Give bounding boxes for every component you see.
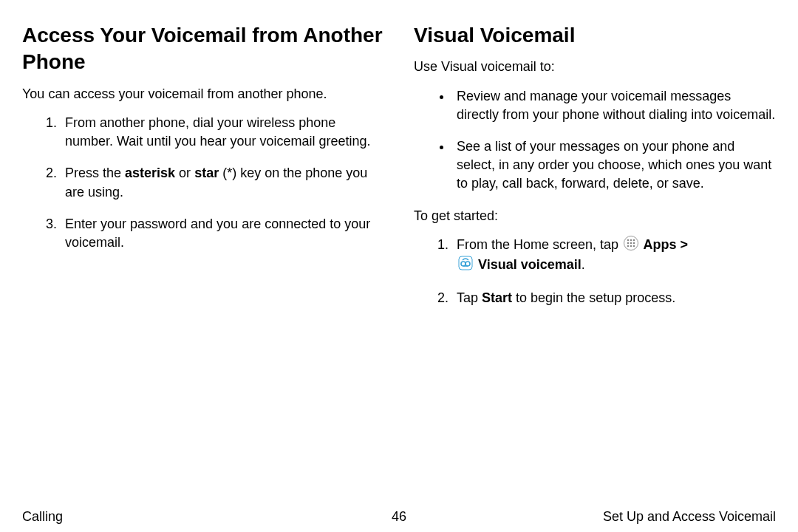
footer-section-left: Calling bbox=[22, 509, 273, 525]
svg-point-3 bbox=[633, 239, 635, 241]
svg-point-7 bbox=[627, 245, 630, 247]
visual-voicemail-icon bbox=[458, 256, 473, 276]
page-footer: Calling 46 Set Up and Access Voicemail bbox=[22, 502, 776, 525]
svg-point-4 bbox=[627, 242, 630, 244]
bold-star: star bbox=[194, 166, 219, 180]
right-column: Visual Voicemail Use Visual voicemail to… bbox=[414, 22, 776, 502]
text: to begin the setup process. bbox=[512, 290, 675, 305]
apps-grid-icon bbox=[624, 236, 638, 256]
footer-page-number: 46 bbox=[273, 509, 525, 525]
get-started-label: To get started: bbox=[414, 207, 776, 225]
bold-start: Start bbox=[482, 290, 512, 305]
text: From the Home screen, tap bbox=[457, 237, 622, 252]
text: Tap bbox=[457, 290, 482, 305]
svg-point-1 bbox=[627, 239, 630, 241]
text: or bbox=[175, 166, 194, 180]
svg-point-9 bbox=[633, 245, 635, 247]
svg-point-5 bbox=[630, 242, 632, 244]
text: Press the bbox=[65, 166, 125, 180]
left-step-1: From another phone, dial your wireless p… bbox=[61, 114, 384, 151]
text: . bbox=[582, 257, 585, 272]
intro-left: You can access your voicemail from anoth… bbox=[22, 85, 384, 103]
left-column: Access Your Voicemail from Another Phone… bbox=[22, 22, 384, 502]
bullets-right: Review and manage your voicemail message… bbox=[414, 87, 776, 194]
steps-right: From the Home screen, tap Apps > Visual … bbox=[414, 236, 776, 308]
page: Access Your Voicemail from Another Phone… bbox=[0, 0, 798, 532]
svg-point-6 bbox=[633, 242, 635, 244]
bold-visual-voicemail: Visual voicemail bbox=[474, 257, 582, 272]
left-step-2: Press the asterisk or star (*) key on th… bbox=[61, 164, 384, 201]
bullet-1: Review and manage your voicemail message… bbox=[452, 87, 776, 124]
svg-point-2 bbox=[630, 239, 632, 241]
bold-asterisk: asterisk bbox=[125, 166, 175, 180]
intro-right: Use Visual voicemail to: bbox=[414, 58, 776, 76]
steps-left: From another phone, dial your wireless p… bbox=[22, 114, 384, 252]
content-columns: Access Your Voicemail from Another Phone… bbox=[22, 22, 776, 502]
right-step-2: Tap Start to begin the setup process. bbox=[452, 289, 776, 307]
bold-apps: Apps > bbox=[640, 237, 688, 252]
heading-access-voicemail: Access Your Voicemail from Another Phone bbox=[22, 22, 384, 76]
right-step-1: From the Home screen, tap Apps > Visual … bbox=[452, 236, 776, 276]
heading-visual-voicemail: Visual Voicemail bbox=[414, 22, 776, 49]
svg-point-8 bbox=[630, 245, 632, 247]
footer-section-right: Set Up and Access Voicemail bbox=[525, 509, 776, 525]
bullet-2: See a list of your messages on your phon… bbox=[452, 137, 776, 194]
left-step-3: Enter your password and you are connecte… bbox=[61, 215, 384, 252]
